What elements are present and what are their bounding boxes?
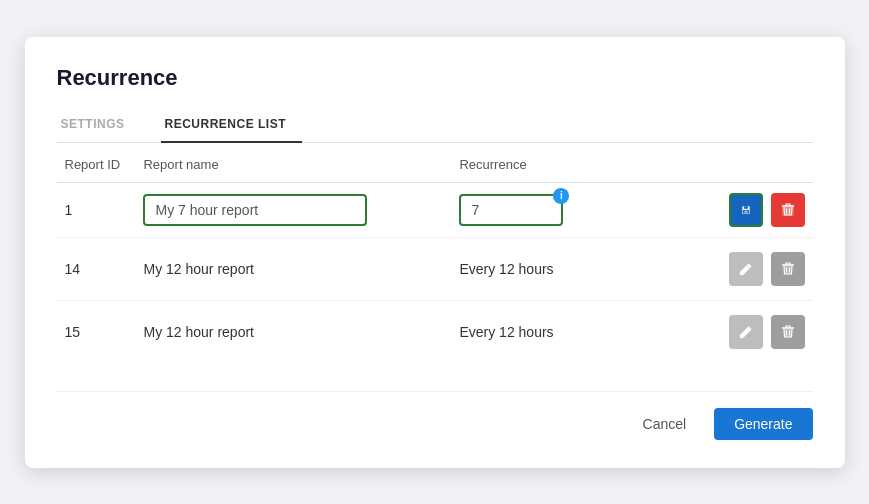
row-1-name-cell (135, 182, 451, 237)
row-1-action-buttons (685, 193, 804, 227)
delete-button[interactable] (771, 252, 805, 286)
trash-icon (781, 202, 795, 218)
row-15-action-buttons (685, 315, 804, 349)
edit-button[interactable] (729, 315, 763, 349)
trash-icon (781, 261, 795, 277)
row-1-recurrence-cell: i (451, 182, 677, 237)
delete-button[interactable] (771, 315, 805, 349)
table-header-row: Report ID Report name Recurrence (57, 143, 813, 183)
tab-bar: SETTINGS RECURRENCE LIST (57, 109, 813, 143)
col-header-actions (677, 143, 812, 183)
table-row: 14 My 12 hour report Every 12 hours (57, 237, 813, 300)
row-15-name: My 12 hour report (135, 300, 451, 363)
row-15-id: 15 (57, 300, 136, 363)
cancel-button[interactable]: Cancel (627, 408, 703, 440)
row-14-actions (677, 237, 812, 300)
row-1-actions-cell (677, 182, 812, 237)
row-15-actions (677, 300, 812, 363)
tab-recurrence-list[interactable]: RECURRENCE LIST (161, 109, 303, 143)
pencil-icon (739, 262, 753, 276)
delete-button-active[interactable] (771, 193, 805, 227)
modal-title: Recurrence (57, 65, 813, 91)
edit-button[interactable] (729, 252, 763, 286)
recurrence-table: Report ID Report name Recurrence 1 (57, 143, 813, 363)
col-header-recurrence: Recurrence (451, 143, 677, 183)
table-row: 1 i (57, 182, 813, 237)
svg-rect-3 (744, 210, 747, 212)
save-icon (741, 202, 751, 218)
recurrence-table-container: Report ID Report name Recurrence 1 (57, 143, 813, 363)
col-header-report-name: Report name (135, 143, 451, 183)
save-button[interactable] (729, 193, 763, 227)
report-name-input[interactable] (145, 196, 365, 224)
recurrence-input[interactable] (461, 196, 561, 224)
row-14-recurrence: Every 12 hours (451, 237, 677, 300)
recurrence-badge: i (553, 188, 569, 204)
recurrence-modal: Recurrence SETTINGS RECURRENCE LIST Repo… (25, 37, 845, 468)
recurrence-input-wrapper: i (459, 194, 563, 226)
pencil-icon (739, 325, 753, 339)
row-14-id: 14 (57, 237, 136, 300)
row-14-name: My 12 hour report (135, 237, 451, 300)
svg-rect-1 (744, 206, 748, 209)
tab-settings[interactable]: SETTINGS (57, 109, 141, 143)
row-1-id: 1 (57, 182, 136, 237)
modal-footer: Cancel Generate (57, 391, 813, 440)
trash-icon (781, 324, 795, 340)
table-row: 15 My 12 hour report Every 12 hours (57, 300, 813, 363)
generate-button[interactable]: Generate (714, 408, 812, 440)
row-15-recurrence: Every 12 hours (451, 300, 677, 363)
row-14-action-buttons (685, 252, 804, 286)
name-input-wrapper (143, 194, 367, 226)
col-header-report-id: Report ID (57, 143, 136, 183)
